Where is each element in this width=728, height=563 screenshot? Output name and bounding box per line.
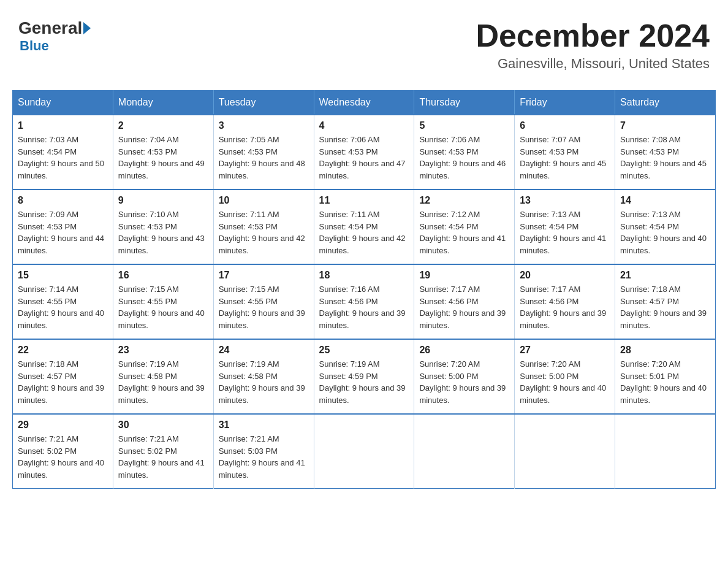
- day-number: 24: [219, 345, 309, 356]
- calendar-day-cell: 26Sunrise: 7:20 AMSunset: 5:00 PMDayligh…: [414, 339, 515, 414]
- logo-blue: Blue: [20, 38, 49, 54]
- day-of-week-header: Wednesday: [314, 91, 414, 115]
- logo-general: General: [18, 18, 82, 38]
- day-info: Sunrise: 7:14 AMSunset: 4:55 PMDaylight:…: [18, 283, 108, 331]
- page-header: General Blue December 2024 Gainesville, …: [12, 12, 716, 78]
- calendar-day-cell: 28Sunrise: 7:20 AMSunset: 5:01 PMDayligh…: [615, 339, 716, 414]
- calendar-day-cell: 7Sunrise: 7:08 AMSunset: 4:53 PMDaylight…: [615, 115, 716, 190]
- day-number: 12: [419, 195, 509, 206]
- calendar-week-row: 15Sunrise: 7:14 AMSunset: 4:55 PMDayligh…: [13, 264, 716, 339]
- calendar-day-cell: 25Sunrise: 7:19 AMSunset: 4:59 PMDayligh…: [314, 339, 414, 414]
- day-number: 11: [319, 195, 409, 206]
- calendar-day-cell: 13Sunrise: 7:13 AMSunset: 4:54 PMDayligh…: [515, 190, 615, 264]
- day-info: Sunrise: 7:21 AMSunset: 5:03 PMDaylight:…: [219, 433, 309, 481]
- calendar-week-row: 8Sunrise: 7:09 AMSunset: 4:53 PMDaylight…: [13, 190, 716, 264]
- calendar-day-cell: 1Sunrise: 7:03 AMSunset: 4:54 PMDaylight…: [13, 115, 113, 190]
- day-info: Sunrise: 7:21 AMSunset: 5:02 PMDaylight:…: [18, 433, 108, 481]
- day-info: Sunrise: 7:18 AMSunset: 4:57 PMDaylight:…: [620, 283, 710, 331]
- calendar-day-cell: 15Sunrise: 7:14 AMSunset: 4:55 PMDayligh…: [13, 264, 113, 339]
- calendar-day-cell: 9Sunrise: 7:10 AMSunset: 4:53 PMDaylight…: [113, 190, 213, 264]
- day-number: 10: [219, 195, 309, 206]
- day-info: Sunrise: 7:16 AMSunset: 4:56 PMDaylight:…: [319, 283, 409, 331]
- calendar-day-cell: 31Sunrise: 7:21 AMSunset: 5:03 PMDayligh…: [213, 414, 314, 489]
- calendar-day-cell: 11Sunrise: 7:11 AMSunset: 4:54 PMDayligh…: [314, 190, 414, 264]
- day-info: Sunrise: 7:19 AMSunset: 4:59 PMDaylight:…: [319, 358, 409, 406]
- day-number: 9: [118, 195, 208, 206]
- calendar-day-cell: 14Sunrise: 7:13 AMSunset: 4:54 PMDayligh…: [615, 190, 716, 264]
- title-section: December 2024 Gainesville, Missouri, Uni…: [476, 18, 710, 72]
- day-number: 23: [118, 345, 208, 356]
- day-number: 7: [620, 120, 710, 131]
- calendar-table: SundayMondayTuesdayWednesdayThursdayFrid…: [12, 90, 716, 489]
- day-info: Sunrise: 7:06 AMSunset: 4:53 PMDaylight:…: [419, 134, 509, 182]
- day-number: 22: [18, 345, 108, 356]
- calendar-day-cell: 18Sunrise: 7:16 AMSunset: 4:56 PMDayligh…: [314, 264, 414, 339]
- day-info: Sunrise: 7:06 AMSunset: 4:53 PMDaylight:…: [319, 134, 409, 182]
- calendar-title: December 2024: [476, 18, 710, 53]
- day-info: Sunrise: 7:18 AMSunset: 4:57 PMDaylight:…: [18, 358, 108, 406]
- day-info: Sunrise: 7:21 AMSunset: 5:02 PMDaylight:…: [118, 433, 208, 481]
- calendar-day-cell: 4Sunrise: 7:06 AMSunset: 4:53 PMDaylight…: [314, 115, 414, 190]
- calendar-day-cell: 29Sunrise: 7:21 AMSunset: 5:02 PMDayligh…: [13, 414, 113, 489]
- day-number: 8: [18, 195, 108, 206]
- calendar-day-cell: 2Sunrise: 7:04 AMSunset: 4:53 PMDaylight…: [113, 115, 213, 190]
- calendar-day-cell: 17Sunrise: 7:15 AMSunset: 4:55 PMDayligh…: [213, 264, 314, 339]
- calendar-day-cell: 30Sunrise: 7:21 AMSunset: 5:02 PMDayligh…: [113, 414, 213, 489]
- calendar-day-cell: 22Sunrise: 7:18 AMSunset: 4:57 PMDayligh…: [13, 339, 113, 414]
- day-info: Sunrise: 7:11 AMSunset: 4:54 PMDaylight:…: [319, 209, 409, 256]
- day-info: Sunrise: 7:10 AMSunset: 4:53 PMDaylight:…: [118, 209, 208, 256]
- day-info: Sunrise: 7:20 AMSunset: 5:00 PMDaylight:…: [520, 358, 610, 406]
- day-info: Sunrise: 7:17 AMSunset: 4:56 PMDaylight:…: [419, 283, 509, 331]
- day-info: Sunrise: 7:12 AMSunset: 4:54 PMDaylight:…: [419, 209, 509, 256]
- calendar-week-row: 1Sunrise: 7:03 AMSunset: 4:54 PMDaylight…: [13, 115, 716, 190]
- calendar-day-cell: 19Sunrise: 7:17 AMSunset: 4:56 PMDayligh…: [414, 264, 515, 339]
- day-number: 30: [118, 419, 208, 431]
- day-number: 21: [620, 270, 710, 281]
- day-info: Sunrise: 7:15 AMSunset: 4:55 PMDaylight:…: [118, 283, 208, 331]
- day-number: 25: [319, 345, 409, 356]
- day-number: 4: [319, 120, 409, 131]
- calendar-day-cell: [515, 414, 615, 489]
- day-number: 31: [219, 419, 309, 431]
- day-number: 15: [18, 270, 108, 281]
- calendar-day-cell: 24Sunrise: 7:19 AMSunset: 4:58 PMDayligh…: [213, 339, 314, 414]
- day-info: Sunrise: 7:08 AMSunset: 4:53 PMDaylight:…: [620, 134, 710, 182]
- day-info: Sunrise: 7:03 AMSunset: 4:54 PMDaylight:…: [18, 134, 108, 182]
- calendar-day-cell: [414, 414, 515, 489]
- day-info: Sunrise: 7:19 AMSunset: 4:58 PMDaylight:…: [219, 358, 309, 406]
- calendar-day-cell: 23Sunrise: 7:19 AMSunset: 4:58 PMDayligh…: [113, 339, 213, 414]
- day-info: Sunrise: 7:09 AMSunset: 4:53 PMDaylight:…: [18, 209, 108, 256]
- day-of-week-header: Saturday: [615, 91, 716, 115]
- calendar-day-cell: 12Sunrise: 7:12 AMSunset: 4:54 PMDayligh…: [414, 190, 515, 264]
- calendar-day-cell: 16Sunrise: 7:15 AMSunset: 4:55 PMDayligh…: [113, 264, 213, 339]
- calendar-day-cell: [314, 414, 414, 489]
- calendar-week-row: 29Sunrise: 7:21 AMSunset: 5:02 PMDayligh…: [13, 414, 716, 489]
- day-info: Sunrise: 7:05 AMSunset: 4:53 PMDaylight:…: [219, 134, 309, 182]
- calendar-day-cell: 20Sunrise: 7:17 AMSunset: 4:56 PMDayligh…: [515, 264, 615, 339]
- day-number: 6: [520, 120, 610, 131]
- calendar-week-row: 22Sunrise: 7:18 AMSunset: 4:57 PMDayligh…: [13, 339, 716, 414]
- day-number: 2: [118, 120, 208, 131]
- day-of-week-header: Friday: [515, 91, 615, 115]
- day-number: 13: [520, 195, 610, 206]
- day-info: Sunrise: 7:17 AMSunset: 4:56 PMDaylight:…: [520, 283, 610, 331]
- day-number: 20: [520, 270, 610, 281]
- calendar-day-cell: 10Sunrise: 7:11 AMSunset: 4:53 PMDayligh…: [213, 190, 314, 264]
- day-info: Sunrise: 7:15 AMSunset: 4:55 PMDaylight:…: [219, 283, 309, 331]
- day-info: Sunrise: 7:20 AMSunset: 5:00 PMDaylight:…: [419, 358, 509, 406]
- logo-triangle-icon: [83, 22, 91, 34]
- calendar-location: Gainesville, Missouri, United States: [476, 56, 710, 72]
- calendar-day-cell: 5Sunrise: 7:06 AMSunset: 4:53 PMDaylight…: [414, 115, 515, 190]
- day-info: Sunrise: 7:04 AMSunset: 4:53 PMDaylight:…: [118, 134, 208, 182]
- day-info: Sunrise: 7:13 AMSunset: 4:54 PMDaylight:…: [520, 209, 610, 256]
- day-number: 16: [118, 270, 208, 281]
- calendar-header-row: SundayMondayTuesdayWednesdayThursdayFrid…: [13, 91, 716, 115]
- day-number: 26: [419, 345, 509, 356]
- calendar-day-cell: 3Sunrise: 7:05 AMSunset: 4:53 PMDaylight…: [213, 115, 314, 190]
- day-of-week-header: Monday: [113, 91, 213, 115]
- day-of-week-header: Sunday: [13, 91, 113, 115]
- calendar-day-cell: 21Sunrise: 7:18 AMSunset: 4:57 PMDayligh…: [615, 264, 716, 339]
- day-number: 3: [219, 120, 309, 131]
- day-info: Sunrise: 7:19 AMSunset: 4:58 PMDaylight:…: [118, 358, 208, 406]
- calendar-day-cell: [615, 414, 716, 489]
